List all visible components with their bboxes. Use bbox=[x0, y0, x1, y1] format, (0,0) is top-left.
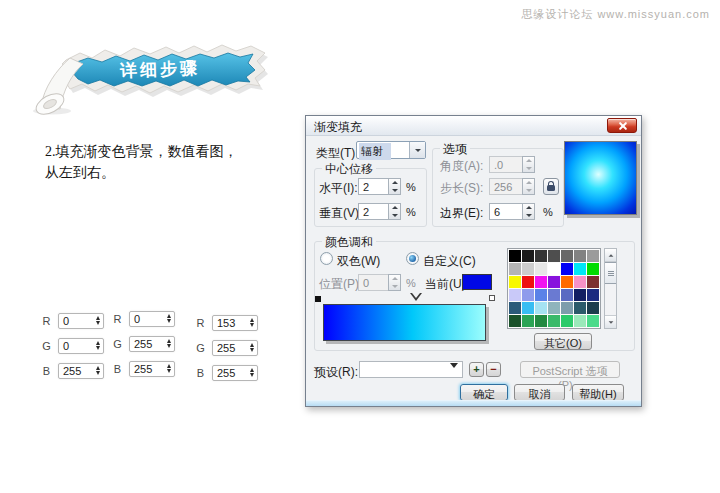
palette-swatch[interactable] bbox=[587, 315, 599, 327]
b-value-field[interactable]: 255 bbox=[129, 361, 175, 377]
palette-swatch[interactable] bbox=[509, 315, 521, 327]
edge-spinner[interactable] bbox=[522, 203, 535, 220]
palette-swatch[interactable] bbox=[522, 302, 534, 314]
current-color-swatch[interactable] bbox=[462, 274, 492, 290]
palette-swatch[interactable] bbox=[522, 250, 534, 262]
palette-swatch[interactable] bbox=[587, 250, 599, 262]
horizontal-label: 水平(I): bbox=[319, 180, 358, 197]
steps-label: 步长(S): bbox=[440, 180, 483, 197]
b-value-field[interactable]: 255 bbox=[212, 365, 258, 381]
spinner-icon[interactable] bbox=[96, 316, 100, 325]
custom-radio[interactable] bbox=[406, 252, 419, 265]
cancel-button[interactable]: 取消 bbox=[514, 384, 565, 401]
palette-swatch[interactable] bbox=[574, 289, 586, 301]
remove-preset-button[interactable]: − bbox=[486, 362, 501, 377]
spinner-icon[interactable] bbox=[167, 314, 171, 323]
g-value-field[interactable]: 255 bbox=[212, 340, 258, 356]
palette-swatch[interactable] bbox=[587, 263, 599, 275]
palette-swatch[interactable] bbox=[561, 250, 573, 262]
spinner-icon[interactable] bbox=[96, 366, 100, 375]
spinner-icon[interactable] bbox=[167, 339, 171, 348]
r-value-field[interactable]: 153 bbox=[212, 315, 258, 331]
close-button[interactable] bbox=[607, 118, 637, 133]
vertical-field[interactable]: 2 bbox=[358, 203, 389, 220]
position-spinner bbox=[388, 274, 401, 291]
position-percent: % bbox=[406, 277, 416, 289]
add-preset-button[interactable]: + bbox=[469, 362, 484, 377]
dialog-title: 渐变填充 bbox=[314, 120, 362, 134]
palette-swatch[interactable] bbox=[548, 276, 560, 288]
palette-swatch[interactable] bbox=[561, 276, 573, 288]
help-button[interactable]: 帮助(H) bbox=[572, 384, 624, 401]
lock-icon bbox=[547, 185, 555, 191]
chevron-down-icon[interactable] bbox=[409, 142, 425, 158]
palette-swatch[interactable] bbox=[535, 276, 547, 288]
spinner-icon[interactable] bbox=[167, 364, 171, 373]
palette-swatch[interactable] bbox=[509, 289, 521, 301]
palette-swatch[interactable] bbox=[587, 276, 599, 288]
palette-swatch[interactable] bbox=[535, 315, 547, 327]
palette-swatch[interactable] bbox=[548, 289, 560, 301]
scroll-down-icon[interactable] bbox=[605, 315, 616, 328]
palette-swatch[interactable] bbox=[535, 289, 547, 301]
dialog-titlebar[interactable]: 渐变填充 bbox=[306, 116, 641, 136]
b-value-field[interactable]: 255 bbox=[58, 363, 104, 379]
gradient-start-marker[interactable] bbox=[315, 296, 321, 302]
palette-swatch[interactable] bbox=[509, 263, 521, 275]
spinner-icon[interactable] bbox=[250, 343, 254, 352]
palette-swatch[interactable] bbox=[574, 250, 586, 262]
palette-swatch[interactable] bbox=[509, 276, 521, 288]
g-value-field[interactable]: 0 bbox=[58, 338, 104, 354]
palette-swatch[interactable] bbox=[587, 302, 599, 314]
preset-dropdown[interactable] bbox=[359, 361, 463, 378]
palette-swatch[interactable] bbox=[535, 302, 547, 314]
gradient-end-marker[interactable] bbox=[489, 295, 495, 301]
palette-swatch[interactable] bbox=[574, 263, 586, 275]
palette-swatch[interactable] bbox=[574, 276, 586, 288]
palette-swatch[interactable] bbox=[561, 263, 573, 275]
steps-lock-button[interactable] bbox=[543, 178, 559, 195]
r-value-field[interactable]: 0 bbox=[58, 313, 104, 329]
type-dropdown[interactable]: 辐射 bbox=[356, 141, 426, 159]
ok-button[interactable]: 确定 bbox=[460, 384, 508, 401]
horizontal-field[interactable]: 2 bbox=[358, 178, 389, 195]
palette-swatch[interactable] bbox=[522, 276, 534, 288]
palette-swatch[interactable] bbox=[535, 263, 547, 275]
palette-swatch[interactable] bbox=[509, 250, 521, 262]
palette-swatch[interactable] bbox=[561, 289, 573, 301]
scrollbar-thumb[interactable] bbox=[605, 262, 616, 284]
palette-swatch[interactable] bbox=[522, 263, 534, 275]
spinner-icon[interactable] bbox=[250, 318, 254, 327]
chevron-down-icon[interactable] bbox=[450, 368, 458, 382]
palette-swatch[interactable] bbox=[548, 315, 560, 327]
horizontal-spinner[interactable] bbox=[388, 178, 401, 195]
spinner-icon[interactable] bbox=[250, 368, 254, 377]
gradient-mid-marker[interactable] bbox=[410, 293, 422, 301]
palette-swatch[interactable] bbox=[522, 315, 534, 327]
palette-swatch[interactable] bbox=[548, 250, 560, 262]
palette-swatch[interactable] bbox=[561, 315, 573, 327]
angle-label: 角度(A): bbox=[440, 158, 483, 175]
gradient-bar[interactable] bbox=[323, 304, 486, 341]
custom-label: 自定义(C) bbox=[423, 253, 476, 270]
palette-scrollbar[interactable] bbox=[604, 248, 617, 329]
palette-swatch[interactable] bbox=[574, 315, 586, 327]
palette-swatch[interactable] bbox=[561, 302, 573, 314]
r-value-field[interactable]: 0 bbox=[129, 311, 175, 327]
palette-swatch[interactable] bbox=[535, 250, 547, 262]
spinner-icon[interactable] bbox=[96, 341, 100, 350]
palette-swatch[interactable] bbox=[574, 302, 586, 314]
two-color-radio[interactable] bbox=[320, 252, 333, 265]
palette-swatch[interactable] bbox=[548, 263, 560, 275]
scroll-up-icon[interactable] bbox=[605, 249, 616, 262]
g-value-field[interactable]: 255 bbox=[129, 336, 175, 352]
others-button[interactable]: 其它(O) bbox=[534, 333, 592, 350]
dialog-bottom-frame bbox=[306, 400, 641, 406]
vertical-percent: % bbox=[406, 206, 416, 218]
vertical-spinner[interactable] bbox=[388, 203, 401, 220]
palette-swatch[interactable] bbox=[522, 289, 534, 301]
palette-swatch[interactable] bbox=[509, 302, 521, 314]
edge-field[interactable]: 6 bbox=[489, 203, 523, 220]
palette-swatch[interactable] bbox=[587, 289, 599, 301]
palette-swatch[interactable] bbox=[548, 302, 560, 314]
